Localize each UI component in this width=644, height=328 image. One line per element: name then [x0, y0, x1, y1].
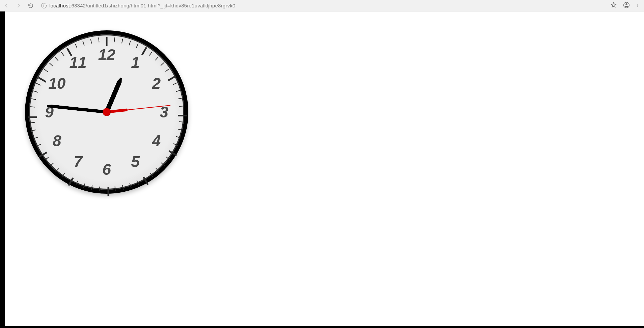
numeral-8: 8 — [53, 133, 61, 148]
minute-tick — [165, 69, 170, 72]
numeral-12: 12 — [98, 47, 115, 62]
minute-tick — [75, 44, 78, 49]
hour-tick — [68, 177, 74, 186]
reload-button[interactable] — [27, 2, 34, 9]
hour-tick — [141, 47, 147, 55]
hour-tick — [178, 115, 187, 116]
minute-tick — [31, 98, 36, 100]
numeral-11: 11 — [69, 55, 86, 70]
minute-tick — [44, 69, 49, 72]
minute-tick — [55, 57, 58, 61]
minute-tick — [98, 37, 99, 42]
hour-tick — [168, 75, 176, 81]
minute-tick — [136, 44, 139, 48]
minute-tick — [114, 37, 115, 42]
minute-tick — [99, 187, 100, 191]
minute-tick — [61, 52, 64, 56]
minute-tick — [49, 63, 53, 66]
minute-tick — [50, 163, 54, 167]
minute-tick — [30, 122, 35, 123]
svg-point-4 — [637, 6, 638, 7]
reload-icon — [28, 3, 34, 9]
minute-tick — [33, 90, 38, 92]
browser-toolbar: i localhost:63342/untitled1/shizhong/htm… — [0, 0, 644, 11]
clock-pivot — [103, 108, 110, 116]
minute-tick — [173, 82, 178, 85]
minute-tick — [122, 185, 124, 190]
minute-tick — [61, 173, 65, 177]
minute-tick — [161, 162, 165, 166]
chrome-right-actions — [610, 2, 641, 10]
minute-tick — [136, 181, 139, 185]
minute-tick — [156, 168, 159, 172]
hour-tick — [39, 152, 47, 158]
minute-tick — [179, 106, 184, 107]
url-text: localhost:63342/untitled1/shizhong/html0… — [49, 3, 235, 8]
minute-tick — [114, 187, 115, 191]
forward-button[interactable] — [15, 2, 22, 9]
hour-tick — [143, 176, 149, 185]
minute-tick — [31, 130, 36, 131]
numeral-10: 10 — [48, 76, 65, 91]
clock-rim: 121234567891011 — [25, 30, 188, 194]
numeral-7: 7 — [74, 154, 82, 169]
back-arrow-icon — [3, 3, 9, 9]
hour-tick — [28, 116, 37, 118]
numeral-5: 5 — [131, 154, 140, 169]
url-path: :63342/untitled1/shizhong/html01.html?_i… — [70, 3, 235, 8]
minute-tick — [76, 181, 78, 185]
numeral-1: 1 — [131, 55, 140, 70]
profile-button[interactable] — [623, 2, 630, 10]
minute-tick — [30, 106, 35, 107]
minute-tick — [82, 41, 84, 46]
bookmark-button[interactable] — [610, 2, 617, 10]
kebab-menu-icon — [636, 2, 639, 9]
minute-tick — [36, 144, 41, 146]
svg-point-3 — [637, 5, 638, 6]
minute-tick — [150, 173, 153, 177]
forward-arrow-icon — [16, 3, 22, 9]
minute-tick — [55, 168, 59, 172]
svg-point-1 — [625, 3, 627, 5]
numeral-4: 4 — [152, 133, 161, 148]
minute-tick — [178, 98, 183, 99]
page-info-icon[interactable]: i — [41, 3, 47, 8]
hour-tick — [168, 150, 177, 156]
minute-tick — [176, 90, 181, 92]
minute-tick — [155, 56, 159, 60]
minute-tick — [166, 157, 170, 160]
minute-tick — [36, 83, 41, 86]
hour-tick — [38, 77, 46, 83]
analog-clock: 121234567891011 — [25, 30, 188, 194]
profile-icon — [623, 2, 630, 8]
minute-tick — [176, 136, 181, 138]
minute-tick — [33, 137, 38, 139]
minute-tick — [122, 39, 123, 44]
minute-tick — [149, 52, 153, 56]
minute-tick — [45, 157, 49, 160]
bookmark-star-icon — [610, 2, 617, 8]
chrome-menu-button[interactable] — [636, 2, 639, 9]
minute-tick — [129, 41, 131, 46]
minute-tick — [90, 39, 92, 44]
numeral-2: 2 — [152, 76, 161, 91]
back-button[interactable] — [3, 2, 10, 9]
svg-point-2 — [637, 4, 638, 5]
minute-tick — [179, 121, 184, 122]
minute-tick — [160, 62, 164, 66]
numeral-6: 6 — [102, 162, 111, 177]
url-host: localhost — [49, 3, 70, 8]
hour-tick — [106, 37, 108, 46]
hour-tick — [108, 187, 109, 196]
minute-tick — [91, 185, 92, 190]
minute-tick — [83, 183, 85, 188]
address-bar[interactable]: i localhost:63342/untitled1/shizhong/htm… — [39, 1, 606, 10]
minute-tick — [173, 143, 178, 146]
minute-tick — [178, 129, 183, 131]
minute-tick — [129, 183, 131, 188]
page-viewport: 121234567891011 — [0, 11, 644, 328]
